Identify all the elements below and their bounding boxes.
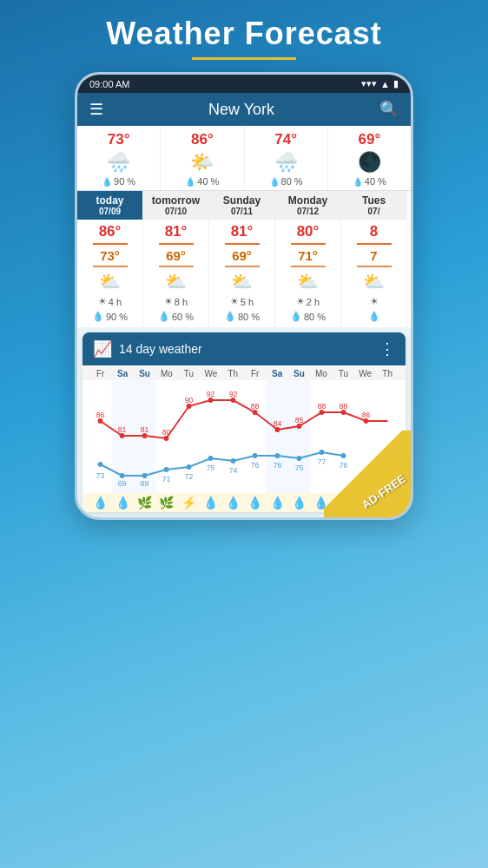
- ad-free-badge: AD-FREE: [324, 431, 411, 517]
- svg-text:74: 74: [229, 466, 238, 475]
- chart-day-11: Tu: [333, 369, 354, 378]
- svg-text:85: 85: [295, 416, 304, 424]
- chart-day-12: We: [354, 369, 376, 378]
- daily-icon-sunday: ⛅: [231, 271, 253, 292]
- chart-icon-7: 💧: [244, 496, 266, 510]
- day-label-sunday: Sunday 07/11: [209, 191, 274, 220]
- hourly-icon-1: 🌤️: [190, 151, 214, 174]
- chart-day-3: Mo: [155, 369, 177, 378]
- daily-precip-tuesday: 💧: [368, 311, 380, 322]
- chart-day-2: Su: [134, 369, 155, 378]
- daily-col-sunday: Sunday 07/11 81° 69° ⛅ ☀5 h 💧80 %: [209, 191, 275, 327]
- chart-icon-0: 💧: [89, 496, 111, 510]
- day-label-today: today 07/09: [77, 191, 142, 220]
- svg-rect-1: [266, 380, 310, 493]
- daily-hi-today: 86°: [99, 223, 122, 240]
- day-label-tomorrow: tomorrow 07/10: [143, 191, 208, 220]
- svg-text:69: 69: [118, 479, 127, 488]
- daily-hi-sunday: 81°: [231, 223, 254, 240]
- svg-text:88: 88: [318, 402, 326, 411]
- daily-lo-tomorrow: 69°: [166, 248, 186, 263]
- svg-text:76: 76: [251, 461, 260, 470]
- hourly-cell-0: 73° 🌧️ 💧90 %: [77, 126, 161, 190]
- chart-day-13: Th: [376, 369, 398, 378]
- svg-point-31: [164, 467, 169, 472]
- daily-hi-monday: 80°: [297, 223, 320, 240]
- svg-text:81: 81: [118, 425, 127, 434]
- chart-icon-5: 💧: [200, 496, 221, 510]
- svg-text:75: 75: [295, 464, 304, 472]
- svg-text:71: 71: [162, 475, 171, 483]
- daily-hi-tuesday: 8: [370, 223, 378, 240]
- chart-day-0: Fr: [89, 369, 111, 378]
- hourly-icon-0: 🌧️: [107, 151, 130, 174]
- more-options-button[interactable]: ⋮: [379, 339, 395, 358]
- svg-point-37: [297, 456, 302, 461]
- hourly-temp-3: 69°: [359, 131, 381, 148]
- daily-col-tomorrow: tomorrow 07/10 81° 69° ⛅ ☀8 h 💧60 %: [143, 191, 209, 327]
- daily-lo-sunday: 69°: [232, 248, 252, 263]
- svg-text:73: 73: [96, 471, 105, 480]
- hourly-precip-3: 💧40 %: [353, 176, 386, 187]
- hourly-icon-3: 🌑: [358, 151, 381, 174]
- daily-icon-tuesday: ⛅: [363, 271, 385, 292]
- daily-lo-today: 73°: [100, 248, 120, 263]
- daily-precip-tomorrow: 💧60 %: [158, 311, 194, 322]
- svg-point-30: [142, 473, 148, 478]
- page-title: Weather Forecast: [106, 16, 381, 52]
- day-label-monday: Monday 07/12: [275, 191, 340, 220]
- daily-lo-monday: 71°: [298, 248, 318, 263]
- svg-text:75: 75: [207, 464, 215, 472]
- chart-icon-3: 🌿: [155, 496, 177, 510]
- daily-icon-monday: ⛅: [297, 271, 319, 292]
- daily-col-today: today 07/09 86° 73° ⛅ ☀4 h 💧90 %: [77, 191, 143, 327]
- chart-icon-6: 💧: [222, 496, 244, 510]
- menu-button[interactable]: ☰: [89, 100, 103, 119]
- daily-hi-tomorrow: 81°: [165, 223, 188, 240]
- daily-sun-tuesday: ☀: [370, 296, 379, 307]
- hourly-precip-0: 💧90 %: [102, 176, 135, 187]
- chart-icon-8: 💧: [266, 496, 287, 510]
- svg-point-32: [187, 464, 192, 470]
- signal-icon: ▾▾▾: [361, 78, 377, 89]
- svg-text:69: 69: [141, 479, 149, 488]
- card-header: 📈 14 day weather ⋮: [82, 332, 406, 365]
- svg-text:88: 88: [251, 402, 260, 411]
- chart-icon-1: 💧: [111, 496, 133, 510]
- chart-days-row: Fr Sa Su Mo Tu We Th Fr Sa Su Mo Tu We T…: [82, 365, 406, 380]
- chart-icon-2: 🌿: [134, 496, 155, 510]
- hourly-precip-2: 💧80 %: [269, 176, 303, 187]
- svg-point-29: [120, 473, 125, 478]
- svg-point-35: [253, 453, 258, 458]
- battery-icon: ▮: [393, 78, 399, 89]
- hourly-icon-2: 🌧️: [274, 151, 298, 174]
- status-icons: ▾▾▾ ▲ ▮: [361, 78, 399, 89]
- top-nav: ☰ New York 🔍: [77, 93, 411, 126]
- chart-day-6: Th: [222, 369, 244, 378]
- svg-text:92: 92: [229, 390, 238, 398]
- status-time: 09:00 AM: [89, 79, 129, 89]
- hourly-precip-1: 💧40 %: [185, 176, 219, 187]
- card-title: 14 day weather: [119, 342, 373, 356]
- daily-precip-today: 💧90 %: [92, 311, 128, 322]
- svg-text:90: 90: [185, 396, 194, 404]
- hourly-temp-2: 74°: [274, 131, 297, 148]
- phone-frame: 09:00 AM ▾▾▾ ▲ ▮ ☰ New York 🔍 73° 🌧️ 💧90…: [75, 72, 413, 520]
- chart-day-8: Sa: [266, 369, 287, 378]
- daily-icon-tomorrow: ⛅: [165, 271, 187, 292]
- chart-day-9: Su: [288, 369, 310, 378]
- daily-sun-today: ☀4 h: [98, 296, 122, 307]
- hourly-strip: 73° 🌧️ 💧90 % 86° 🌤️ 💧40 % 74° 🌧️ 💧80 % 6…: [77, 126, 411, 191]
- city-name: New York: [112, 101, 371, 119]
- chart-icon-9: 💧: [288, 496, 310, 510]
- hourly-cell-2: 74° 🌧️ 💧80 %: [245, 126, 328, 190]
- daily-section: today 07/09 86° 73° ⛅ ☀4 h 💧90 % tomorro…: [77, 191, 411, 327]
- hourly-temp-0: 73°: [108, 131, 130, 148]
- chart-icon-4: ⚡: [178, 496, 200, 510]
- chart-line-icon: 📈: [93, 339, 112, 358]
- status-bar: 09:00 AM ▾▾▾ ▲ ▮: [77, 75, 411, 93]
- search-button[interactable]: 🔍: [379, 100, 399, 119]
- chart-day-1: Sa: [111, 369, 133, 378]
- daily-precip-monday: 💧80 %: [290, 311, 326, 322]
- daily-icon-today: ⛅: [99, 271, 121, 292]
